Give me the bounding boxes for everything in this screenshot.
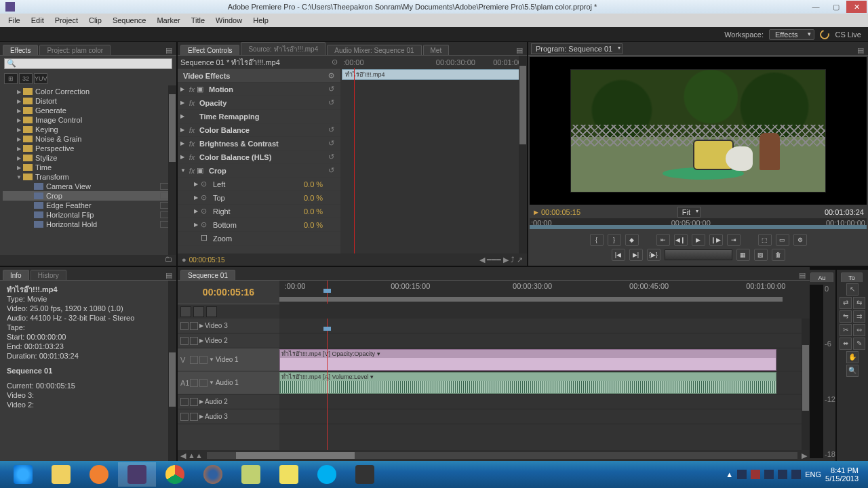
safe-margins-button[interactable]: ▦	[736, 249, 750, 261]
ec-opacity[interactable]: ▶fxOpacity↺	[178, 96, 340, 110]
trash-button[interactable]: 🗑	[772, 249, 785, 261]
snap-button[interactable]	[180, 306, 191, 317]
panel-menu-icon[interactable]: ▤	[857, 46, 868, 55]
ec-zoom[interactable]: ☐Zoom	[178, 232, 340, 245]
track-audio1[interactable]: A1 ▼Audio 1	[178, 371, 279, 394]
workspace-select[interactable]: Effects	[769, 29, 814, 40]
pen-tool[interactable]: ✎	[853, 338, 865, 350]
tray-icon[interactable]	[764, 470, 774, 479]
timeline-zoom-bar[interactable]: ◀ ▲▲ ▶	[178, 450, 810, 461]
folder-perspective[interactable]: ▶Perspective	[3, 144, 174, 153]
timeline-playhead[interactable]	[327, 281, 328, 304]
play-button[interactable]: ▶	[692, 234, 705, 246]
sync-lock-button[interactable]	[206, 306, 217, 317]
folder-time[interactable]: ▶Time	[3, 163, 174, 172]
timecode-toggle-icon[interactable]: ●	[182, 256, 186, 264]
ec-top[interactable]: ▶⊙Top0.0 %	[178, 191, 340, 205]
slide-tool[interactable]: ⬌	[840, 338, 852, 350]
track-audio3[interactable]: ▶Audio 3	[178, 409, 279, 424]
hand-tool[interactable]: ✋	[846, 351, 859, 363]
tab-audio-mixer[interactable]: Audio Mixer: Sequence 01	[327, 45, 421, 55]
panel-menu-icon[interactable]: ▤	[799, 271, 810, 280]
system-tray[interactable]: ▲ ENG 8:41 PM5/15/2013	[726, 466, 864, 483]
menu-window[interactable]: Window	[210, 16, 248, 24]
tab-source[interactable]: Source: ทำไรอ๊า!!!.mp4	[241, 42, 326, 55]
selection-tool[interactable]: ↖	[846, 283, 859, 296]
rolling-tool[interactable]: ⇋	[840, 310, 852, 323]
timeline-ruler[interactable]: :00:00 00:00:15:00 00:00:30:00 00:00:45:…	[279, 281, 810, 304]
slip-tool[interactable]: ⇔	[853, 324, 865, 336]
tab-effects[interactable]: Effects	[3, 45, 38, 55]
scrollbar[interactable]	[802, 319, 810, 450]
ec-brightness-contrast[interactable]: ▶fxBrightness & Contrast↺	[178, 137, 340, 150]
cs-live-icon[interactable]	[818, 28, 831, 41]
ec-ruler[interactable]: :00:00 00:00:30:00 00:01:00:	[340, 56, 527, 69]
jog-wheel[interactable]	[665, 249, 732, 260]
loop-button[interactable]: {▶}	[647, 249, 660, 261]
panel-menu-icon[interactable]: ▤	[165, 46, 176, 55]
lift-button[interactable]: ⬚	[758, 234, 772, 246]
menu-edit[interactable]: Edit	[26, 16, 50, 24]
ec-timeline[interactable]: :00:00 00:00:30:00 00:01:00: ทำไรอ๊า!!!.…	[340, 56, 527, 253]
effects-search-input[interactable]: 🔍	[4, 58, 172, 69]
effect-edge-feather[interactable]: Edge Feather	[3, 201, 174, 210]
tray-icon[interactable]	[751, 470, 760, 479]
tab-history[interactable]: History	[31, 270, 66, 280]
filter-accel-icon[interactable]: ⊞	[4, 73, 18, 84]
folder-keying[interactable]: ▶Keying	[3, 125, 174, 134]
folder-image-control[interactable]: ▶Image Control	[3, 115, 174, 125]
tab-sequence[interactable]: Sequence 01	[180, 270, 235, 280]
track-content[interactable]: ทำไรอ๊า!!!.mp4 [V] Opacity:Opacity ▾ ทำไ…	[279, 319, 810, 450]
goto-in-button[interactable]: ⇤	[656, 234, 670, 246]
close-button[interactable]: ✕	[846, 1, 867, 13]
zoom-fit-select[interactable]: Fit	[677, 207, 701, 218]
scrollbar[interactable]	[168, 85, 176, 255]
folder-transform[interactable]: ▼Transform	[3, 172, 174, 182]
taskbar-explorer[interactable]	[42, 462, 80, 487]
tab-metadata[interactable]: Met	[423, 45, 450, 55]
step-fwd-button[interactable]: ❙▶	[709, 234, 723, 246]
toggle-icon[interactable]: ⊙	[328, 71, 338, 80]
zoom-controls[interactable]: ◀ ━━━ ▶ ⤴ ↗	[479, 256, 523, 264]
menu-marker[interactable]: Marker	[151, 16, 185, 24]
ec-right[interactable]: ▶⊙Right0.0 %	[178, 205, 340, 218]
mark-in-button[interactable]: {	[590, 234, 604, 246]
taskbar-notes[interactable]	[270, 462, 308, 487]
maximize-button[interactable]: ▢	[826, 1, 846, 13]
goto-out-button[interactable]: ⇥	[727, 234, 741, 246]
minimize-button[interactable]: —	[806, 1, 826, 13]
scrollbar[interactable]	[519, 56, 527, 253]
extract-button[interactable]: ▭	[776, 234, 789, 246]
filter-yuv-icon[interactable]: YUV	[34, 73, 47, 84]
ec-color-balance[interactable]: ▶fxColor Balance↺	[178, 123, 340, 137]
menu-file[interactable]: File	[3, 16, 26, 24]
marker-button[interactable]: ◆	[625, 234, 639, 246]
taskbar-skype[interactable]	[308, 462, 346, 487]
taskbar-app2[interactable]	[346, 462, 384, 487]
taskbar-ie[interactable]	[4, 462, 42, 487]
tray-icon[interactable]	[737, 470, 747, 479]
cs-live-label[interactable]: CS Live	[835, 30, 861, 39]
tab-audio-meter[interactable]: Au	[810, 272, 833, 282]
ec-color-balance-hls-[interactable]: ▶fxColor Balance (HLS)↺	[178, 150, 340, 164]
track-audio2[interactable]: ▶Audio 2	[178, 394, 279, 409]
taskbar-premiere[interactable]	[118, 462, 156, 487]
effect-crop[interactable]: Crop	[3, 191, 174, 201]
taskbar-app1[interactable]	[232, 462, 270, 487]
ripple-tool[interactable]: ⇆	[853, 297, 865, 309]
pin-icon[interactable]: ⊙	[332, 58, 338, 66]
marker-button[interactable]	[193, 306, 204, 317]
step-back-button[interactable]: ◀❙	[674, 234, 688, 246]
menu-clip[interactable]: Clip	[83, 16, 107, 24]
menu-help[interactable]: Help	[248, 16, 274, 24]
folder-stylize[interactable]: ▶Stylize	[3, 153, 174, 163]
panel-menu-icon[interactable]: ▤	[165, 271, 176, 280]
folder-generate[interactable]: ▶Generate	[3, 106, 174, 115]
tray-clock[interactable]: 8:41 PM5/15/2013	[825, 466, 864, 483]
tray-up-icon[interactable]: ▲	[726, 470, 733, 479]
effect-horizontal-flip[interactable]: Horizontal Flip	[3, 210, 174, 220]
new-bin-icon[interactable]: 🗀	[0, 255, 176, 266]
tab-effect-controls[interactable]: Effect Controls	[180, 45, 239, 55]
effect-camera-view[interactable]: Camera View	[3, 182, 174, 191]
tray-volume-icon[interactable]	[791, 470, 801, 479]
